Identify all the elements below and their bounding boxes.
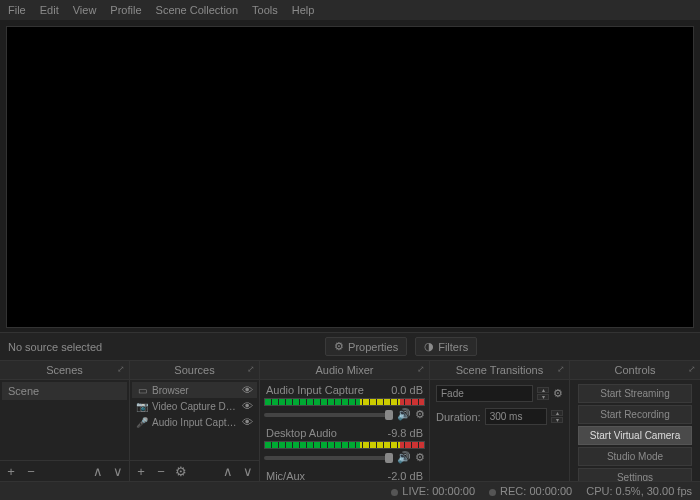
status-bar: LIVE: 00:00:00 REC: 00:00:00 CPU: 0.5%, …: [0, 481, 700, 500]
source-row[interactable]: 🎤 Audio Input Capt… 👁: [132, 414, 257, 430]
mixer-source-name: Audio Input Capture: [266, 384, 364, 396]
mixer-item: Mic/Aux -2.0 dB: [264, 470, 425, 481]
mixer-list: Audio Input Capture 0.0 dB 🔊 ⚙ Desktop A…: [260, 380, 429, 481]
source-remove-button[interactable]: −: [152, 463, 170, 479]
browser-icon: ▭: [136, 385, 148, 396]
menu-help[interactable]: Help: [292, 4, 315, 16]
mixer-title: Audio Mixer: [315, 364, 373, 376]
audio-mixer-panel: Audio Mixer ⤢ Audio Input Capture 0.0 dB…: [260, 361, 430, 481]
mic-icon: 🎤: [136, 417, 148, 428]
scene-down-button[interactable]: ∨: [109, 463, 127, 479]
mixer-settings-button[interactable]: ⚙: [415, 451, 425, 464]
mixer-item: Desktop Audio -9.8 dB 🔊 ⚙: [264, 427, 425, 464]
mixer-source-name: Mic/Aux: [266, 470, 305, 481]
scene-up-button[interactable]: ∧: [89, 463, 107, 479]
scenes-header: Scenes ⤢: [0, 361, 129, 380]
mixer-item: Audio Input Capture 0.0 dB 🔊 ⚙: [264, 384, 425, 421]
menu-scene-collection[interactable]: Scene Collection: [156, 4, 239, 16]
menu-view[interactable]: View: [73, 4, 97, 16]
scene-row[interactable]: Scene: [2, 382, 127, 400]
menu-file[interactable]: File: [8, 4, 26, 16]
vu-meter: [264, 441, 425, 449]
source-name: Browser: [152, 385, 238, 396]
source-info-bar: No source selected ⚙ Properties ◑ Filter…: [0, 332, 700, 361]
source-name: Video Capture Dev…: [152, 401, 238, 412]
filters-label: Filters: [438, 341, 468, 353]
rec-dot-icon: [489, 489, 496, 496]
status-rec: REC: 00:00:00: [489, 485, 572, 497]
transition-spin[interactable]: ▴▾: [537, 387, 549, 400]
sources-panel: Sources ⤢ ▭ Browser 👁 📷 Video Capture De…: [130, 361, 260, 481]
mixer-header: Audio Mixer ⤢: [260, 361, 429, 380]
transitions-body: Fade ▴▾ ⚙ Duration: 300 ms ▴▾: [430, 380, 569, 481]
filters-icon: ◑: [424, 340, 434, 353]
sources-toolbar: + − ⚙ ∧ ∨: [130, 460, 259, 481]
sources-header: Sources ⤢: [130, 361, 259, 380]
start-virtual-camera-button[interactable]: Start Virtual Camera: [578, 426, 692, 445]
filters-button[interactable]: ◑ Filters: [415, 337, 477, 356]
status-live: LIVE: 00:00:00: [391, 485, 475, 497]
preview-canvas[interactable]: [6, 26, 694, 328]
scenes-toolbar: + − ∧ ∨: [0, 460, 129, 481]
controls-panel: Controls ⤢ Start Streaming Start Recordi…: [570, 361, 700, 481]
transition-settings-button[interactable]: ⚙: [553, 387, 563, 400]
visibility-toggle[interactable]: 👁: [242, 384, 253, 396]
source-row[interactable]: ▭ Browser 👁: [132, 382, 257, 398]
status-cpu: CPU: 0.5%, 30.00 fps: [586, 485, 692, 497]
controls-title: Controls: [615, 364, 656, 376]
mixer-settings-button[interactable]: ⚙: [415, 408, 425, 421]
duration-label: Duration:: [436, 411, 481, 423]
volume-slider[interactable]: [264, 456, 393, 460]
docks: Scenes ⤢ Scene + − ∧ ∨ Sources ⤢ ▭ Brows…: [0, 361, 700, 481]
transitions-header: Scene Transitions ⤢: [430, 361, 569, 380]
popout-icon[interactable]: ⤢: [417, 364, 425, 374]
visibility-toggle[interactable]: 👁: [242, 400, 253, 412]
scene-remove-button[interactable]: −: [22, 463, 40, 479]
visibility-toggle[interactable]: 👁: [242, 416, 253, 428]
camera-icon: 📷: [136, 401, 148, 412]
scenes-title: Scenes: [46, 364, 83, 376]
source-row[interactable]: 📷 Video Capture Dev… 👁: [132, 398, 257, 414]
mixer-level: -9.8 dB: [388, 427, 423, 439]
properties-button[interactable]: ⚙ Properties: [325, 337, 407, 356]
live-dot-icon: [391, 489, 398, 496]
gear-icon: ⚙: [334, 340, 344, 353]
sources-title: Sources: [174, 364, 214, 376]
source-up-button[interactable]: ∧: [219, 463, 237, 479]
scenes-panel: Scenes ⤢ Scene + − ∧ ∨: [0, 361, 130, 481]
menu-edit[interactable]: Edit: [40, 4, 59, 16]
duration-spin[interactable]: ▴▾: [551, 410, 563, 423]
transition-select[interactable]: Fade: [436, 385, 533, 402]
scene-add-button[interactable]: +: [2, 463, 20, 479]
source-down-button[interactable]: ∨: [239, 463, 257, 479]
menu-profile[interactable]: Profile: [110, 4, 141, 16]
start-streaming-button[interactable]: Start Streaming: [578, 384, 692, 403]
vu-meter: [264, 398, 425, 406]
transitions-title: Scene Transitions: [456, 364, 543, 376]
menu-tools[interactable]: Tools: [252, 4, 278, 16]
source-name: Audio Input Capt…: [152, 417, 238, 428]
popout-icon[interactable]: ⤢: [117, 364, 125, 374]
start-recording-button[interactable]: Start Recording: [578, 405, 692, 424]
sources-list[interactable]: ▭ Browser 👁 📷 Video Capture Dev… 👁 🎤 Aud…: [130, 380, 259, 460]
controls-header: Controls ⤢: [570, 361, 700, 380]
no-source-label: No source selected: [8, 341, 102, 353]
mixer-level: -2.0 dB: [388, 470, 423, 481]
properties-label: Properties: [348, 341, 398, 353]
popout-icon[interactable]: ⤢: [557, 364, 565, 374]
studio-mode-button[interactable]: Studio Mode: [578, 447, 692, 466]
mixer-level: 0.0 dB: [391, 384, 423, 396]
speaker-icon[interactable]: 🔊: [397, 451, 411, 464]
popout-icon[interactable]: ⤢: [247, 364, 255, 374]
transitions-panel: Scene Transitions ⤢ Fade ▴▾ ⚙ Duration: …: [430, 361, 570, 481]
volume-slider[interactable]: [264, 413, 393, 417]
duration-input[interactable]: 300 ms: [485, 408, 547, 425]
controls-body: Start Streaming Start Recording Start Vi…: [570, 380, 700, 481]
menu-bar: File Edit View Profile Scene Collection …: [0, 0, 700, 20]
popout-icon[interactable]: ⤢: [688, 364, 696, 374]
source-settings-button[interactable]: ⚙: [172, 463, 190, 479]
settings-button[interactable]: Settings: [578, 468, 692, 481]
source-add-button[interactable]: +: [132, 463, 150, 479]
scenes-list[interactable]: Scene: [0, 380, 129, 460]
speaker-icon[interactable]: 🔊: [397, 408, 411, 421]
